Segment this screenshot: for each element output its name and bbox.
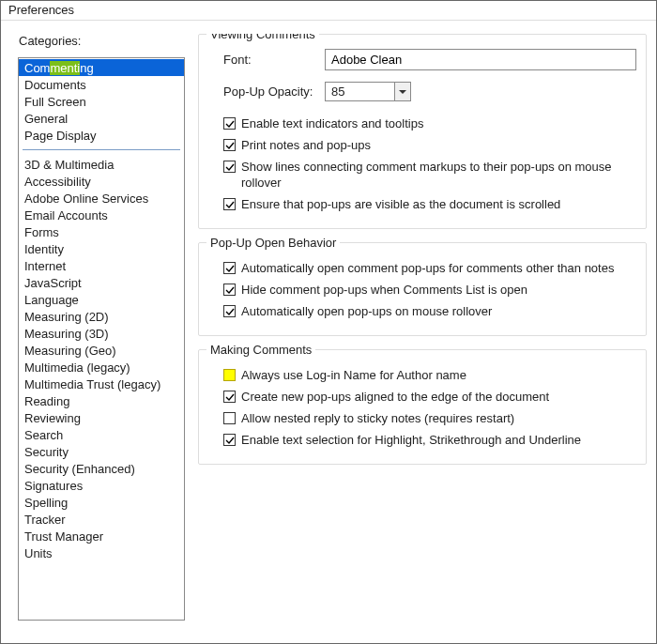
- category-multimedia-legacy[interactable]: Multimedia (legacy): [19, 359, 184, 376]
- category-multimedia-trust-legacy[interactable]: Multimedia Trust (legacy): [19, 376, 184, 392]
- sel-post: ng: [80, 61, 93, 75]
- font-label: Font:: [223, 53, 325, 67]
- print-notes-label: Print notes and pop-ups: [241, 137, 371, 153]
- sidebar: Categories: Commenting Documents Full Sc…: [18, 34, 185, 634]
- auto-open-comment-row: Automatically open comment pop-ups for c…: [212, 257, 636, 279]
- category-reviewing[interactable]: Reviewing: [19, 409, 184, 426]
- ensure-visible-checkbox[interactable]: [223, 198, 236, 210]
- opacity-value: 85: [326, 83, 394, 100]
- category-identity[interactable]: Identity: [19, 240, 184, 257]
- category-email-accounts[interactable]: Email Accounts: [19, 207, 184, 223]
- enable-text-selection-checkbox[interactable]: [223, 434, 236, 446]
- chevron-down-icon: [399, 90, 406, 94]
- category-security-enhanced[interactable]: Security (Enhanced): [19, 460, 184, 477]
- always-login-name-checkbox[interactable]: [223, 369, 236, 381]
- category-page-display[interactable]: Page Display: [19, 127, 184, 144]
- viewing-comments-title: Viewing Comments: [206, 34, 319, 41]
- category-divider: [23, 149, 180, 150]
- create-aligned-row: Create new pop-ups aligned to the edge o…: [212, 386, 636, 407]
- opacity-label: Pop-Up Opacity:: [223, 84, 325, 99]
- enable-text-indicators-row: Enable text indicators and tooltips: [212, 113, 636, 134]
- always-login-name-row: Always use Log-in Name for Author name: [212, 364, 636, 386]
- category-spelling[interactable]: Spelling: [19, 494, 184, 511]
- popup-open-behavior-group: Pop-Up Open Behavior Automatically open …: [198, 242, 647, 336]
- category-tracker[interactable]: Tracker: [19, 511, 184, 528]
- category-adobe-online-services[interactable]: Adobe Online Services: [19, 190, 184, 207]
- category-general[interactable]: General: [19, 110, 184, 127]
- auto-open-rollover-label: Automatically open pop-ups on mouse roll…: [241, 303, 492, 319]
- auto-open-rollover-row: Automatically open pop-ups on mouse roll…: [212, 300, 636, 322]
- category-signatures[interactable]: Signatures: [19, 477, 184, 494]
- category-full-screen[interactable]: Full Screen: [19, 93, 184, 110]
- opacity-select[interactable]: 85: [325, 82, 411, 101]
- show-lines-label: Show lines connecting comment markups to…: [241, 159, 636, 191]
- category-measuring-3d[interactable]: Measuring (3D): [19, 325, 184, 342]
- font-row: Font:: [212, 49, 636, 70]
- show-lines-checkbox[interactable]: [223, 161, 236, 173]
- enable-text-selection-label: Enable text selection for Highlight, Str…: [241, 432, 581, 448]
- category-documents[interactable]: Documents: [19, 76, 184, 93]
- making-comments-title: Making Comments: [206, 343, 315, 357]
- category-internet[interactable]: Internet: [19, 257, 184, 274]
- category-measuring-2d[interactable]: Measuring (2D): [19, 308, 184, 325]
- auto-open-rollover-checkbox[interactable]: [223, 305, 236, 317]
- nested-reply-checkbox[interactable]: [223, 412, 236, 424]
- category-3d-multimedia[interactable]: 3D & Multimedia: [19, 156, 184, 173]
- sel-highlight: menti: [50, 61, 80, 75]
- hide-popups-row: Hide comment pop-ups when Comments List …: [212, 279, 636, 300]
- popup-open-behavior-title: Pop-Up Open Behavior: [206, 236, 340, 250]
- sel-pre: Com: [24, 61, 50, 75]
- print-notes-checkbox[interactable]: [223, 139, 236, 151]
- category-search[interactable]: Search: [19, 426, 184, 443]
- window-title: Preferences: [1, 1, 656, 21]
- print-notes-row: Print notes and pop-ups: [212, 134, 636, 156]
- nested-reply-label: Allow nested reply to sticky notes (requ…: [241, 410, 514, 426]
- category-commenting[interactable]: Commenting: [19, 59, 184, 76]
- opacity-dropdown-button[interactable]: [394, 83, 410, 100]
- create-aligned-label: Create new pop-ups aligned to the edge o…: [241, 389, 549, 405]
- category-reading[interactable]: Reading: [19, 392, 184, 409]
- making-comments-group: Making Comments Always use Log-in Name f…: [198, 349, 647, 465]
- enable-text-selection-row: Enable text selection for Highlight, Str…: [212, 429, 636, 451]
- category-measuring-geo[interactable]: Measuring (Geo): [19, 342, 184, 359]
- viewing-comments-group: Viewing Comments Font: Pop-Up Opacity: 8…: [198, 34, 647, 229]
- category-accessibility[interactable]: Accessibility: [19, 173, 184, 190]
- category-security[interactable]: Security: [19, 443, 184, 460]
- create-aligned-checkbox[interactable]: [223, 391, 236, 403]
- categories-listbox[interactable]: Commenting Documents Full Screen General…: [18, 57, 185, 621]
- window-body: Categories: Commenting Documents Full Sc…: [1, 21, 656, 643]
- show-lines-row: Show lines connecting comment markups to…: [212, 156, 636, 193]
- ensure-visible-label: Ensure that pop-ups are visible as the d…: [241, 196, 560, 212]
- hide-popups-checkbox[interactable]: [223, 284, 236, 296]
- auto-open-comment-checkbox[interactable]: [223, 262, 236, 274]
- category-trust-manager[interactable]: Trust Manager: [19, 528, 184, 544]
- preferences-window: Preferences Categories: Commenting Docum…: [0, 0, 657, 644]
- category-forms[interactable]: Forms: [19, 223, 184, 240]
- hide-popups-label: Hide comment pop-ups when Comments List …: [241, 282, 527, 298]
- opacity-row: Pop-Up Opacity: 85: [212, 82, 636, 101]
- nested-reply-row: Allow nested reply to sticky notes (requ…: [212, 407, 636, 429]
- enable-text-indicators-label: Enable text indicators and tooltips: [241, 115, 423, 131]
- categories-label: Categories:: [19, 34, 185, 48]
- always-login-name-label: Always use Log-in Name for Author name: [241, 367, 466, 383]
- font-input[interactable]: [325, 49, 636, 70]
- auto-open-comment-label: Automatically open comment pop-ups for c…: [241, 260, 614, 276]
- category-javascript[interactable]: JavaScript: [19, 274, 184, 291]
- settings-panel: Viewing Comments Font: Pop-Up Opacity: 8…: [185, 34, 647, 634]
- category-units[interactable]: Units: [19, 544, 184, 561]
- enable-text-indicators-checkbox[interactable]: [223, 117, 236, 130]
- category-language[interactable]: Language: [19, 291, 184, 308]
- ensure-visible-row: Ensure that pop-ups are visible as the d…: [212, 193, 636, 215]
